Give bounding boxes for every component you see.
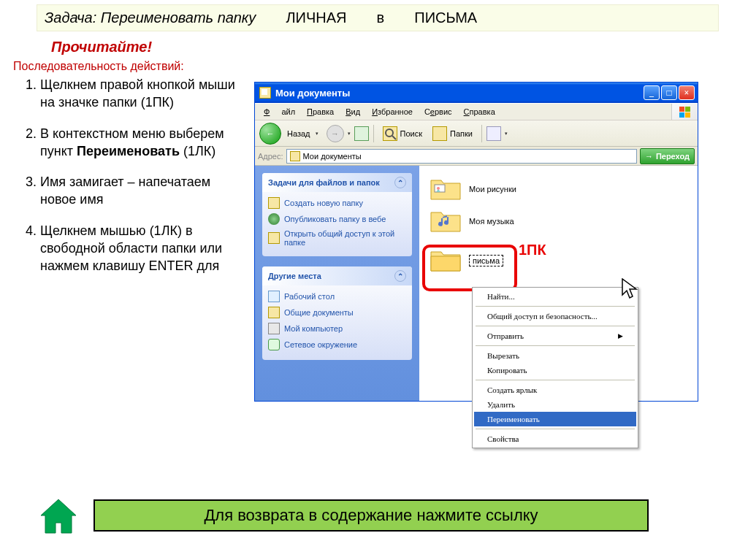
- cm-props[interactable]: Свойства: [474, 431, 636, 446]
- folder-icon: [268, 197, 280, 209]
- step-2-bold: Переименовать: [77, 144, 180, 158]
- cm-find[interactable]: Найти...: [474, 289, 636, 304]
- sequence-label: Последовательность действий:: [13, 60, 748, 73]
- globe-icon: [268, 213, 280, 225]
- address-icon: [290, 151, 300, 161]
- cm-delete[interactable]: Удалить: [474, 397, 636, 412]
- places-panel-header[interactable]: Другие места⌃: [262, 266, 412, 285]
- menu-file[interactable]: Файл: [258, 106, 301, 118]
- address-label: Адрес:: [258, 152, 283, 161]
- close-button[interactable]: ×: [679, 85, 695, 100]
- svg-point-0: [386, 129, 393, 137]
- minimize-button[interactable]: _: [644, 85, 660, 100]
- forward-button[interactable]: →: [327, 125, 344, 142]
- address-bar: Адрес: Мои документы → Переход: [255, 147, 698, 166]
- task-text: Переименовать папку: [101, 9, 256, 26]
- collapse-icon[interactable]: ⌃: [394, 270, 406, 282]
- up-button[interactable]: [354, 126, 369, 141]
- pictures-folder-icon: [430, 176, 462, 202]
- title-bar[interactable]: Мои документы _ □ ×: [255, 83, 698, 103]
- tasks-panel-header[interactable]: Задачи для файлов и папок⌃: [262, 173, 412, 192]
- cursor-icon: [621, 278, 640, 302]
- place-network[interactable]: Сетевое окружение: [268, 337, 406, 353]
- places-panel: Другие места⌃ Рабочий стол Общие докумен…: [262, 266, 412, 360]
- menu-tools[interactable]: Сервис: [419, 106, 458, 118]
- mydocs-icon: [259, 87, 271, 99]
- menu-favorites[interactable]: Избранное: [366, 106, 419, 118]
- onepk-label: 1ПК: [519, 242, 546, 258]
- menu-bar: Файл Правка Вид Избранное Сервис Справка: [255, 103, 698, 120]
- home-icon[interactable]: [37, 496, 80, 537]
- task-header: Задача: Переименовать папку ЛИЧНАЯ в ПИС…: [37, 4, 719, 31]
- task-arg1: ЛИЧНАЯ: [286, 9, 346, 26]
- menu-edit[interactable]: Правка: [301, 106, 340, 118]
- cm-copy[interactable]: Копировать: [474, 363, 636, 377]
- step-1: Щелкнем правой кнопкой мыши на значке па…: [40, 76, 248, 112]
- place-computer[interactable]: Мой компьютер: [268, 321, 406, 337]
- cm-send[interactable]: Отправить▶: [474, 329, 636, 343]
- cm-cut[interactable]: Вырезать: [474, 348, 636, 363]
- task-arg2: ПИСЬМА: [414, 9, 477, 26]
- folder-icon: [268, 307, 280, 318]
- task-label: Задача:: [45, 9, 96, 26]
- cm-share[interactable]: Общий доступ и безопасность...: [474, 309, 636, 323]
- address-field[interactable]: Мои документы: [286, 149, 637, 164]
- computer-icon: [268, 323, 280, 334]
- context-menu[interactable]: Найти... Общий доступ и безопасность... …: [472, 287, 638, 448]
- cm-shortcut[interactable]: Создать ярлык: [474, 383, 636, 397]
- tasks-panel: Задачи для файлов и папок⌃ Создать новую…: [262, 173, 412, 256]
- svg-line-1: [392, 136, 396, 139]
- step-2: В контекстном меню выберем пункт Переиме…: [40, 125, 248, 161]
- steps-list: Щелкнем правой кнопкой мыши на значке па…: [40, 76, 248, 275]
- maximize-button[interactable]: □: [661, 85, 677, 100]
- windows-logo-icon: [671, 104, 698, 120]
- views-button[interactable]: [486, 126, 501, 141]
- step-2-tail: (1ЛК): [180, 144, 215, 158]
- place-shared[interactable]: Общие документы: [268, 304, 406, 321]
- return-link-text: Для возврата в содержание нажмите ссылку: [204, 506, 538, 525]
- task-new-folder[interactable]: Создать новую папку: [268, 195, 406, 211]
- menu-view[interactable]: Вид: [340, 106, 366, 118]
- file-label: Мои рисунки: [469, 185, 516, 193]
- search-icon: [383, 126, 397, 141]
- address-value: Мои документы: [303, 152, 362, 161]
- step-4: Щелкнем мышью (1ЛК) в свободной области …: [40, 222, 248, 275]
- return-link-bar[interactable]: Для возврата в содержание нажмите ссылку: [94, 499, 649, 532]
- folders-icon: [432, 126, 447, 141]
- file-my-pictures[interactable]: Мои рисунки: [430, 173, 687, 205]
- collapse-icon[interactable]: ⌃: [394, 177, 406, 188]
- task-share[interactable]: Открыть общий доступ к этой папке: [268, 227, 406, 249]
- back-button[interactable]: ←: [259, 123, 281, 145]
- music-folder-icon: [430, 208, 462, 234]
- share-icon: [268, 232, 280, 244]
- step-3: Имя замигает – напечатаем новое имя: [40, 173, 248, 209]
- file-my-music[interactable]: Моя музыка: [430, 205, 687, 237]
- window-title: Мои документы: [275, 88, 644, 99]
- folders-button[interactable]: Папки: [428, 123, 477, 144]
- network-icon: [268, 339, 280, 350]
- file-label: Моя музыка: [469, 217, 514, 226]
- task-mid: в: [377, 9, 385, 26]
- cm-rename[interactable]: Переименовать: [474, 412, 636, 426]
- toolbar: ← Назад ▾ →▾ Поиск Папки ▾: [255, 120, 698, 147]
- sidebar: Задачи для файлов и папок⌃ Создать новую…: [255, 166, 419, 401]
- go-button[interactable]: → Переход: [640, 148, 695, 164]
- place-desktop[interactable]: Рабочий стол: [268, 288, 406, 304]
- red-highlight-box: [422, 245, 517, 291]
- desktop-icon: [268, 291, 280, 302]
- task-publish[interactable]: Опубликовать папку в вебе: [268, 211, 406, 227]
- search-button[interactable]: Поиск: [378, 123, 427, 144]
- menu-help[interactable]: Справка: [458, 106, 501, 118]
- back-label[interactable]: Назад ▾: [283, 123, 325, 144]
- read-heading: Прочитайте!: [51, 39, 748, 55]
